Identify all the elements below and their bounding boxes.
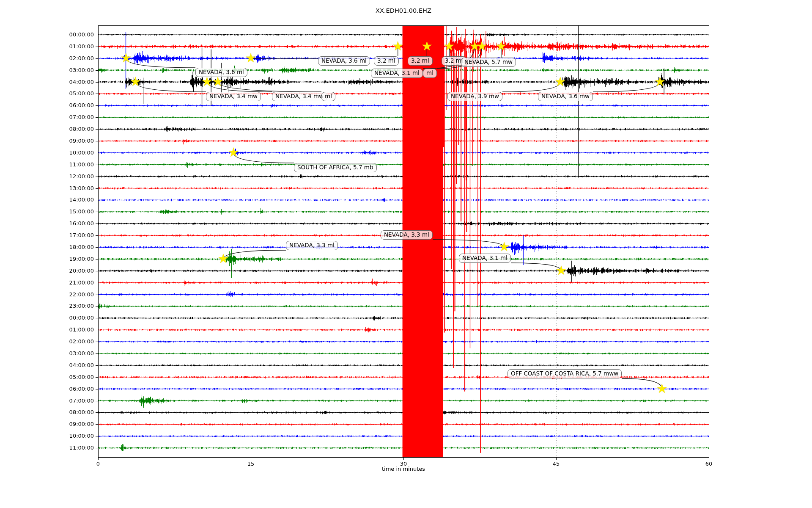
y-tick-label: 01:00:00 xyxy=(25,327,94,333)
y-tick-mark xyxy=(96,365,98,366)
y-tick-label: 02:00:00 xyxy=(25,55,94,61)
event-star-icon: ★ xyxy=(443,40,455,52)
y-tick-mark xyxy=(96,200,98,200)
y-tick-label: 10:00:00 xyxy=(25,433,94,439)
y-tick-mark xyxy=(96,448,98,448)
event-star-icon: ★ xyxy=(653,75,666,88)
y-tick-label: 08:00:00 xyxy=(25,409,94,415)
y-tick-mark xyxy=(96,271,98,271)
y-tick-mark xyxy=(96,295,98,295)
y-tick-mark xyxy=(96,117,98,118)
y-tick-label: 11:00:00 xyxy=(25,162,94,168)
event-label: NEVADA, 3.6 ml xyxy=(318,56,370,66)
event-label: NEVADA, 3.9 mw xyxy=(447,92,502,101)
x-tick-mark xyxy=(556,457,557,460)
event-label: NEVADA, 5.7 mw xyxy=(461,58,516,67)
event-star-icon: ★ xyxy=(495,40,508,52)
y-tick-mark xyxy=(96,47,98,47)
chart-title: XX.EDH01.00.EHZ xyxy=(376,7,431,14)
y-tick-label: 13:00:00 xyxy=(25,185,94,191)
y-tick-label: 07:00:00 xyxy=(25,398,94,404)
y-tick-mark xyxy=(96,353,98,354)
event-label: 3.2 ml xyxy=(374,56,399,66)
y-tick-label: 23:00:00 xyxy=(25,303,94,309)
y-tick-label: 20:00:00 xyxy=(25,268,94,274)
y-tick-mark xyxy=(96,188,98,189)
y-tick-label: 22:00:00 xyxy=(25,292,94,298)
event-star-icon: ★ xyxy=(120,52,132,64)
event-star-icon: ★ xyxy=(244,52,257,64)
event-label: NEVADA, 3.3 ml xyxy=(381,230,433,240)
y-tick-mark xyxy=(96,58,98,59)
event-label: NEVADA, 3.3 ml xyxy=(286,241,338,250)
y-tick-label: 16:00:00 xyxy=(25,221,94,226)
y-tick-label: 01:00:00 xyxy=(25,44,94,50)
y-tick-mark xyxy=(96,259,98,260)
event-label: NEVADA, 3.1 ml xyxy=(459,254,511,263)
y-tick-label: 21:00:00 xyxy=(25,280,94,286)
x-tick-label: 15 xyxy=(247,461,255,467)
y-tick-label: 03:00:00 xyxy=(25,67,94,73)
y-tick-label: 14:00:00 xyxy=(25,197,94,203)
y-tick-label: 05:00:00 xyxy=(25,91,94,97)
y-tick-mark xyxy=(96,235,98,236)
y-tick-mark xyxy=(96,424,98,425)
y-tick-mark xyxy=(96,306,98,306)
figure: XX.EDH01.00.EHZ 00:00:0001:00:0002:00:00… xyxy=(0,0,812,508)
y-tick-label: 17:00:00 xyxy=(25,232,94,238)
event-star-icon: ★ xyxy=(211,75,224,88)
event-label: SOUTH OF AFRICA, 5.7 mb xyxy=(294,163,377,172)
y-tick-mark xyxy=(96,70,98,71)
event-star-icon: ★ xyxy=(656,382,668,395)
y-tick-label: 11:00:00 xyxy=(25,445,94,451)
y-tick-mark xyxy=(96,377,98,378)
y-tick-label: 18:00:00 xyxy=(25,244,94,250)
y-tick-mark xyxy=(96,129,98,130)
x-tick-label: 0 xyxy=(96,461,100,467)
y-tick-mark xyxy=(96,247,98,248)
y-tick-label: 10:00:00 xyxy=(25,150,94,156)
event-star-icon: ★ xyxy=(554,75,567,88)
event-star-icon: ★ xyxy=(498,240,510,253)
event-label: NEVADA, 3.4 mw xyxy=(206,92,261,101)
y-tick-label: 03:00:00 xyxy=(25,351,94,356)
y-tick-mark xyxy=(96,224,98,224)
y-tick-label: 04:00:00 xyxy=(25,79,94,85)
event-label: OFF COAST OF COSTA RICA, 5.7 mww xyxy=(508,369,622,378)
y-tick-mark xyxy=(96,412,98,413)
y-tick-mark xyxy=(96,177,98,177)
y-tick-label: 06:00:00 xyxy=(25,102,94,108)
y-tick-mark xyxy=(96,94,98,94)
y-tick-label: 12:00:00 xyxy=(25,174,94,179)
x-tick-label: 60 xyxy=(705,461,713,467)
y-tick-label: 07:00:00 xyxy=(25,114,94,120)
y-tick-label: 04:00:00 xyxy=(25,362,94,368)
event-star-icon: ★ xyxy=(555,264,568,277)
event-star-icon: ★ xyxy=(227,146,240,159)
y-tick-label: 08:00:00 xyxy=(25,126,94,132)
event-label: 3.2 ml xyxy=(408,56,433,66)
x-tick-mark xyxy=(709,457,709,460)
event-star-icon: ★ xyxy=(217,252,230,265)
y-tick-mark xyxy=(96,330,98,330)
y-tick-label: 00:00:00 xyxy=(25,32,94,38)
y-tick-mark xyxy=(96,212,98,212)
event-label: ml xyxy=(423,69,437,78)
x-tick-mark xyxy=(251,457,251,460)
y-tick-mark xyxy=(96,82,98,83)
y-tick-label: 09:00:00 xyxy=(25,138,94,144)
y-tick-mark xyxy=(96,153,98,153)
x-tick-mark xyxy=(403,457,404,460)
y-tick-label: 02:00:00 xyxy=(25,339,94,345)
y-tick-label: 09:00:00 xyxy=(25,421,94,427)
x-axis-label: time in minutes xyxy=(382,466,425,472)
x-tick-mark xyxy=(98,457,99,460)
event-star-icon: ★ xyxy=(392,40,404,52)
y-tick-label: 19:00:00 xyxy=(25,256,94,262)
event-star-icon: ★ xyxy=(420,40,433,52)
y-tick-mark xyxy=(96,283,98,283)
y-tick-label: 00:00:00 xyxy=(25,315,94,321)
y-tick-mark xyxy=(96,141,98,141)
event-label: NEVADA, 3.4 mw xyxy=(272,92,327,101)
event-label: NEVADA, 3.1 ml xyxy=(371,69,423,78)
